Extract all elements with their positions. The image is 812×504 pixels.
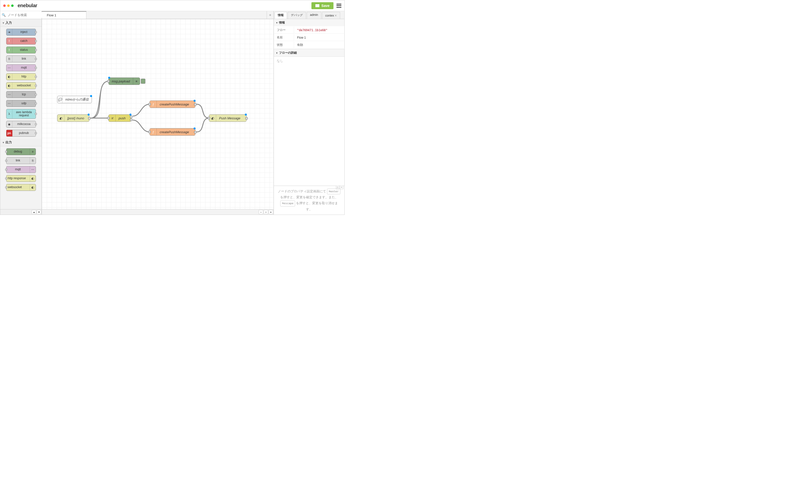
zoom-in-button[interactable]: + <box>269 210 273 214</box>
globe-icon: ◐ <box>6 74 12 80</box>
close-icon[interactable]: ✕ <box>334 14 337 17</box>
bridge-icon: ⋯ <box>6 65 12 71</box>
save-button-label: Save <box>321 4 330 8</box>
alert-icon: ! <box>6 47 12 53</box>
palette-search: 🔍 <box>0 11 42 19</box>
globe-icon: ◐ <box>6 82 12 89</box>
palette-node-status[interactable]: !status <box>6 47 36 53</box>
changed-indicator <box>88 114 90 116</box>
table-row: フロー"de769471.1b1e68" <box>274 27 344 34</box>
zoom-reset-button[interactable]: ○ <box>264 210 268 214</box>
globe-icon: ◐ <box>30 184 36 191</box>
chevron-down-icon: ▾ <box>3 141 4 144</box>
link-icon: ⎘ <box>30 157 36 164</box>
tips-refresh-button[interactable]: ⟳ <box>336 186 339 189</box>
workspace-tabs: Flow 1 + <box>42 11 274 19</box>
lambda-icon: λ <box>6 109 12 119</box>
comment-icon: 💬 <box>57 96 62 103</box>
traffic-lights <box>3 4 14 7</box>
pubnub-icon: pn <box>6 130 12 136</box>
node-function-1[interactable]: ƒ createPushMessage <box>150 101 195 108</box>
workspace: Flow 1 + <box>42 11 274 215</box>
switch-icon: ⤭ <box>109 115 116 122</box>
flow-id: "de769471.1b1e68" <box>297 28 328 32</box>
app-window: enebular Save 🔍 ▾ 入力 <box>0 0 345 215</box>
palette-node-aws-lambda[interactable]: λaws lambda request <box>6 109 36 119</box>
node-http-in[interactable]: ◐ [post] /nuno <box>57 114 89 122</box>
palette-node-link-in[interactable]: ⎘link <box>6 55 36 62</box>
info-table: フロー"de769471.1b1e68" 名前Flow 1 状態有効 <box>274 26 344 49</box>
tab-add-button[interactable]: + <box>267 11 274 19</box>
sidebar-body: なし <box>274 57 344 186</box>
close-icon[interactable] <box>3 4 6 7</box>
chevron-down-icon: ▾ <box>276 52 278 54</box>
deploy-icon <box>315 4 319 7</box>
minimize-icon[interactable] <box>7 4 10 7</box>
kbd-enter: ⌘enter <box>327 189 340 195</box>
chevron-down-icon: ▾ <box>3 22 4 24</box>
palette-node-inject[interactable]: ➜inject <box>6 29 36 36</box>
changed-indicator <box>129 114 131 116</box>
sidebar-tab-context[interactable]: contex✕ <box>322 12 340 19</box>
search-icon: 🔍 <box>2 13 6 17</box>
sidebar-flow-detail-header[interactable]: ▾フローの詳細 <box>274 49 344 56</box>
changed-indicator <box>245 114 247 116</box>
node-function-2[interactable]: ƒ createPushMessage <box>150 128 195 136</box>
node-http-request[interactable]: ◐ Push Message <box>209 114 247 122</box>
alert-icon: ! <box>6 38 12 44</box>
palette-footer: ▴ ▾ <box>0 209 42 215</box>
node-debug[interactable]: msg.payload ≡ <box>108 77 140 85</box>
palette-header-output-label: 出力 <box>5 140 12 145</box>
palette-collapse-button[interactable]: ▴ <box>32 210 36 214</box>
sidebar-tab-debug[interactable]: デバッグ <box>288 12 306 19</box>
palette-node-http-response[interactable]: http response◐ <box>6 175 36 182</box>
sidebar-info-header[interactable]: ▾情報 <box>274 19 344 26</box>
globe-icon: ◐ <box>30 175 36 182</box>
palette-node-http-in[interactable]: ◐http <box>6 73 36 80</box>
bridge-icon: ⋯ <box>6 100 12 107</box>
palette-node-debug[interactable]: debug≡ <box>6 148 36 155</box>
canvas[interactable]: 💬 nūnoからの通信 ◐ [post] /nuno msg.payload ≡ <box>42 19 274 209</box>
palette-body: ▾ 入力 ➜inject !catch !status ⎘link ⋯mqtt … <box>0 19 42 209</box>
wires <box>42 19 274 209</box>
titlebar: enebular Save <box>0 0 344 11</box>
palette-expand-button[interactable]: ▾ <box>37 210 41 214</box>
save-button[interactable]: Save <box>311 2 333 9</box>
palette-node-pubnub[interactable]: pnpubnub <box>6 130 36 137</box>
sidebar-tab-admin[interactable]: admin <box>307 12 321 19</box>
tab-flow1[interactable]: Flow 1 <box>42 11 86 19</box>
palette-section-output: ▾ 出力 debug≡ link⎘ mqtt⋯ http response◐ w… <box>0 139 42 193</box>
palette-node-mqtt-in[interactable]: ⋯mqtt <box>6 64 36 71</box>
palette-node-catch[interactable]: !catch <box>6 38 36 45</box>
sidebar-tabs: 情報 デバッグ admin contex✕ <box>274 11 344 19</box>
zoom-out-button[interactable]: − <box>259 210 263 214</box>
brand-logo: enebular <box>18 3 37 8</box>
palette-node-milkcocoa[interactable]: ◉milkcocoa <box>6 121 36 128</box>
changed-indicator <box>90 95 92 97</box>
main: 🔍 ▾ 入力 ➜inject !catch !status ⎘link ⋯mqt… <box>0 11 344 215</box>
palette-node-tcp-in[interactable]: ⋯tcp <box>6 91 36 98</box>
node-comment[interactable]: 💬 nūnoからの通信 <box>57 96 92 103</box>
changed-indicator <box>194 100 196 102</box>
sidebar-tab-info[interactable]: 情報 <box>275 12 287 19</box>
function-icon: ƒ <box>150 128 157 135</box>
palette-header-output[interactable]: ▾ 出力 <box>0 139 42 146</box>
chevron-down-icon: ▾ <box>276 22 278 24</box>
tips-close-button[interactable]: ✕ <box>340 186 343 189</box>
menu-button[interactable] <box>336 4 341 8</box>
sidebar: 情報 デバッグ admin contex✕ ▾情報 フロー"de769471.1… <box>274 11 344 215</box>
arrow-right-icon: ➜ <box>6 29 12 35</box>
palette-header-input[interactable]: ▾ 入力 <box>0 19 42 27</box>
table-row: 状態有効 <box>274 42 344 49</box>
palette-node-udp-in[interactable]: ⋯udp <box>6 100 36 107</box>
palette-node-mqtt-out[interactable]: mqtt⋯ <box>6 166 36 173</box>
debug-toggle-button[interactable] <box>141 79 145 84</box>
workspace-footer: − ○ + <box>42 209 274 215</box>
link-icon: ⎘ <box>6 56 12 62</box>
node-switch[interactable]: ⤭ push <box>108 114 131 122</box>
palette-node-link-out[interactable]: link⎘ <box>6 157 36 164</box>
palette-node-websocket-out[interactable]: websocket◐ <box>6 184 36 191</box>
debug-icon: ≡ <box>133 78 140 85</box>
palette-node-websocket-in[interactable]: ◐websocket <box>6 82 36 89</box>
maximize-icon[interactable] <box>11 4 14 7</box>
